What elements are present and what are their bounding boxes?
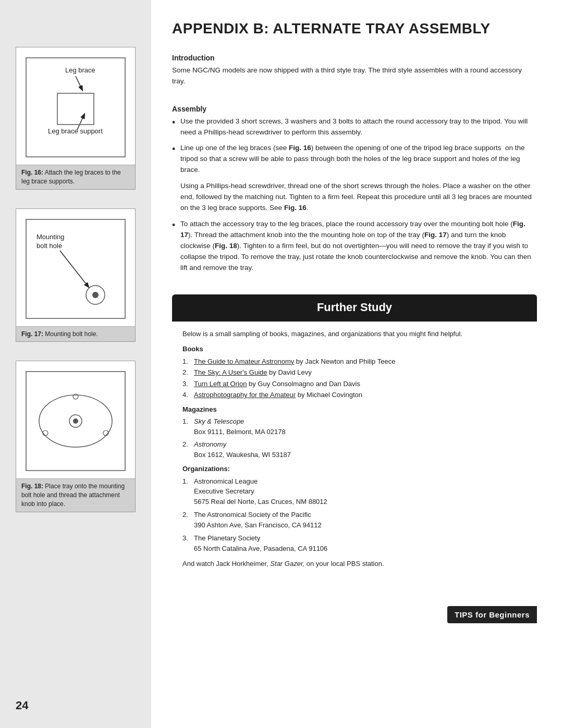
fig18-box: Fig. 18: Place tray onto the mounting bo… — [16, 361, 136, 512]
fs-magazines-label: Magazines — [182, 404, 527, 415]
bullet-dot-2: • — [172, 143, 180, 155]
introduction-label: Introduction — [172, 54, 537, 62]
fs-book-4-title: Astrophotography for the Amateur — [194, 391, 296, 399]
fs-mag-1-name: Sky & Telescope — [194, 417, 244, 425]
fig18-diagram — [21, 366, 130, 476]
assembly-para-1: Using a Phillips-head screwdriver, threa… — [180, 181, 537, 214]
assembly-bullet-list: • Use the provided 3 short screws, 3 was… — [172, 116, 537, 176]
svg-point-7 — [92, 292, 99, 298]
fs-mag-1-address: Box 9111, Belmont, MA 02178 — [194, 428, 286, 436]
fig17-inner: Mounting bolt hole — [16, 209, 135, 342]
fs-book-1-num: 1. — [182, 356, 191, 367]
fs-book-4: 4. Astrophotography for the Amateur by M… — [182, 390, 527, 400]
appendix-title: APPENDIX B: ALTERNATE TRAY ASSEMBLY — [172, 21, 537, 37]
fs-book-4-num: 4. — [182, 390, 191, 400]
svg-line-1 — [76, 76, 82, 90]
fs-mag-2-name: Astronomy — [194, 440, 226, 448]
fs-book-1: 1. The Guide to Amateur Astronomy by Jac… — [182, 356, 527, 367]
bullet-dot-3: • — [172, 219, 180, 231]
svg-line-5 — [60, 251, 89, 287]
bullet-dot-1: • — [172, 116, 180, 129]
fs-book-1-title: The Guide to Amateur Astronomy — [194, 357, 294, 365]
assembly-bullet-text-1: Use the provided 3 short screws, 3 washe… — [180, 116, 537, 138]
fs-orgs-label: Organizations: — [182, 464, 527, 474]
fs-org-3: 3. The Planetary Society 65 North Catali… — [182, 533, 527, 553]
fig18-inner: Fig. 18: Place tray onto the mounting bo… — [16, 361, 135, 511]
page-number: 24 — [16, 699, 28, 712]
fig17-caption-bold: Fig. 17: — [21, 330, 43, 338]
left-sidebar: Leg brace Leg brace support — [0, 0, 151, 728]
fs-mag-2-num: 2. — [182, 439, 191, 460]
fig17-label1: Mounting — [36, 233, 64, 241]
fig18-caption-bold: Fig. 18: — [21, 483, 43, 490]
assembly-section: Assembly • Use the provided 3 short scre… — [172, 100, 537, 279]
fs-watch-text: And watch Jack Horkheimer, Star Gazer, o… — [182, 559, 527, 569]
fs-org-2: 2. The Astronomical Society of the Pacif… — [182, 510, 527, 530]
fs-book-2-num: 2. — [182, 367, 191, 378]
fs-org-3-num: 3. — [182, 533, 191, 553]
fs-mag-1-content: Sky & Telescope Box 9111, Belmont, MA 02… — [194, 416, 286, 437]
assembly-bullet-list-2: • To attach the accessory tray to the le… — [172, 219, 537, 274]
further-study-section: Further Study — [172, 294, 537, 322]
fs-org-2-content: The Astronomical Society of the Pacific … — [194, 510, 322, 530]
fig17-label2: bolt hole — [36, 242, 62, 250]
fs-book-2-content: The Sky: A User's Guide by David Levy — [194, 367, 312, 378]
fig16-label2: Leg brace support — [48, 127, 103, 135]
fs-mag-2-content: Astronomy Box 1612, Waukesha, WI 53187 — [194, 439, 291, 460]
fs-book-3-title: Turn Left at Orion — [194, 380, 247, 388]
fs-book-2: 2. The Sky: A User's Guide by David Levy — [182, 367, 527, 378]
assembly-bullet-3: • To attach the accessory tray to the le… — [172, 219, 537, 274]
svg-rect-3 — [57, 93, 94, 125]
fs-intro: Below is a small sampling of books, maga… — [182, 329, 527, 339]
fs-magazines-list: 1. Sky & Telescope Box 9111, Belmont, MA… — [182, 416, 527, 460]
assembly-bullet-2: • Line up one of the leg braces (see Fig… — [172, 143, 537, 176]
fig16-box: Leg brace Leg brace support — [16, 47, 136, 190]
fs-book-3-content: Turn Left at Orion by Guy Consolmagno an… — [194, 379, 360, 389]
further-study-title: Further Study — [182, 301, 527, 314]
fs-watch-italic: Star Gazer, — [270, 560, 304, 567]
fs-book-4-content: Astrophotography for the Amateur by Mich… — [194, 390, 362, 400]
right-content: APPENDIX B: ALTERNATE TRAY ASSEMBLY Intr… — [151, 0, 563, 728]
fs-books-list: 1. The Guide to Amateur Astronomy by Jac… — [182, 356, 527, 400]
fs-book-1-content: The Guide to Amateur Astronomy by Jack N… — [194, 356, 395, 367]
introduction-section: Introduction Some NGC/NG models are now … — [172, 48, 537, 94]
fs-book-3: 3. Turn Left at Orion by Guy Consolmagno… — [182, 379, 527, 389]
fig16-svg: Leg brace Leg brace support — [21, 53, 130, 162]
fig16-inner: Leg brace Leg brace support — [16, 47, 135, 189]
fs-org-2-num: 2. — [182, 510, 191, 530]
fs-org-3-content: The Planetary Society 65 North Catalina … — [194, 533, 327, 553]
assembly-bullet-1: • Use the provided 3 short screws, 3 was… — [172, 116, 537, 138]
fs-org-1-content: Astronomical League Executive Secretary … — [194, 476, 327, 507]
assembly-bullet-text-2: Line up one of the leg braces (see Fig. … — [180, 143, 537, 176]
fs-orgs-list: 1. Astronomical League Executive Secreta… — [182, 476, 527, 554]
fig16-caption-bold: Fig. 16: — [21, 169, 43, 176]
fs-mag-1: 1. Sky & Telescope Box 9111, Belmont, MA… — [182, 416, 527, 437]
fig18-caption: Fig. 18: Place tray onto the mounting bo… — [16, 478, 135, 511]
fs-books-label: Books — [182, 344, 527, 354]
fs-org-1: 1. Astronomical League Executive Secreta… — [182, 476, 527, 507]
introduction-text: Some NGC/NG models are now shipped with … — [172, 65, 537, 87]
fig17-caption: Fig. 17: Mounting bolt hole. — [16, 326, 135, 342]
fs-mag-1-num: 1. — [182, 416, 191, 437]
fig17-caption-text: Mounting bolt hole. — [43, 330, 98, 338]
fs-book-2-title: The Sky: A User's Guide — [194, 368, 267, 376]
fig18-svg — [21, 366, 130, 476]
page-container: Leg brace Leg brace support — [0, 0, 563, 728]
fig17-diagram: Mounting bolt hole — [21, 214, 130, 324]
svg-point-11 — [73, 418, 78, 424]
assembly-bullet-text-3: To attach the accessory tray to the leg … — [180, 219, 537, 274]
fs-mag-2-address: Box 1612, Waukesha, WI 53187 — [194, 451, 291, 459]
tips-tab: TIPS for Beginners — [447, 606, 537, 623]
assembly-label: Assembly — [172, 105, 537, 113]
fs-mag-2: 2. Astronomy Box 1612, Waukesha, WI 5318… — [182, 439, 527, 460]
fig17-svg: Mounting bolt hole — [21, 214, 130, 324]
fig17-box: Mounting bolt hole — [16, 208, 136, 342]
fig16-diagram: Leg brace Leg brace support — [21, 53, 130, 162]
fig16-label1: Leg brace — [65, 66, 95, 74]
fs-org-1-num: 1. — [182, 476, 191, 507]
fig16-caption: Fig. 16: Attach the leg braces to the le… — [16, 165, 135, 189]
fs-book-3-num: 3. — [182, 379, 191, 389]
further-study-body: Below is a small sampling of books, maga… — [172, 322, 537, 577]
